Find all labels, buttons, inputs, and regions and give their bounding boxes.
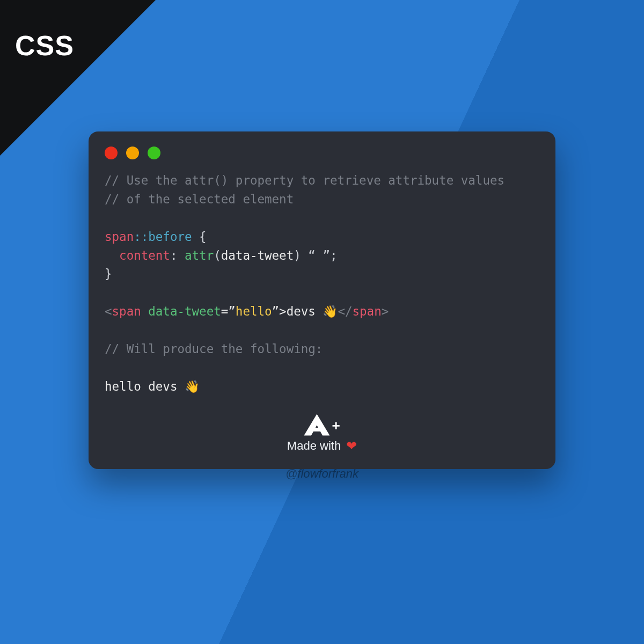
made-with-text: Made with [287, 439, 341, 453]
css-pseudo: before [148, 230, 192, 244]
angle-close-open: </ [338, 304, 352, 318]
angle-open: < [105, 304, 112, 318]
css-tail: “ ”; [301, 248, 338, 262]
css-pseudo-colons: :: [134, 230, 148, 244]
html-close-tag: span [353, 304, 382, 318]
heart-icon: ❤ [346, 440, 357, 452]
minimize-icon[interactable] [126, 147, 139, 159]
code-window: // Use the attr() property to retrieve a… [89, 131, 555, 469]
code-output: hello devs 👋 [105, 379, 200, 393]
code-comment: // Use the attr() property to retrieve a… [105, 173, 504, 187]
css-function: attr [185, 248, 214, 262]
logo-a-icon [304, 414, 330, 436]
html-attr-value: hello [236, 304, 272, 318]
html-eq-quote: =” [221, 304, 236, 318]
code-comment: // Will produce the following: [105, 342, 323, 356]
space [141, 304, 149, 318]
colon: : [170, 248, 185, 262]
paren-open: ( [214, 248, 221, 262]
css-arg: data-tweet [221, 248, 294, 262]
css-property: content [119, 248, 170, 262]
author-handle: @flowforfrank [0, 467, 644, 481]
plus-icon: + [332, 419, 340, 433]
html-attr-name: data-tweet [148, 304, 221, 318]
brace-close: } [105, 267, 112, 281]
angle-close: > [382, 304, 389, 318]
brace-open: { [192, 230, 207, 244]
zoom-icon[interactable] [148, 147, 160, 159]
window-footer: + Made with ❤ [105, 414, 539, 453]
html-tag: span [112, 304, 141, 318]
css-selector: span [105, 230, 134, 244]
html-quote-gt: ”> [272, 304, 287, 318]
indent [105, 248, 119, 262]
html-text: devs 👋 [287, 304, 338, 318]
made-with-line: Made with ❤ [287, 439, 357, 453]
traffic-lights [105, 147, 539, 159]
code-block: // Use the attr() property to retrieve a… [105, 171, 539, 396]
close-icon[interactable] [105, 147, 118, 159]
badge-css: CSS [15, 30, 74, 62]
logo-a-plus: + [304, 414, 340, 436]
code-comment: // of the selected element [105, 192, 294, 206]
paren-close: ) [294, 248, 301, 262]
